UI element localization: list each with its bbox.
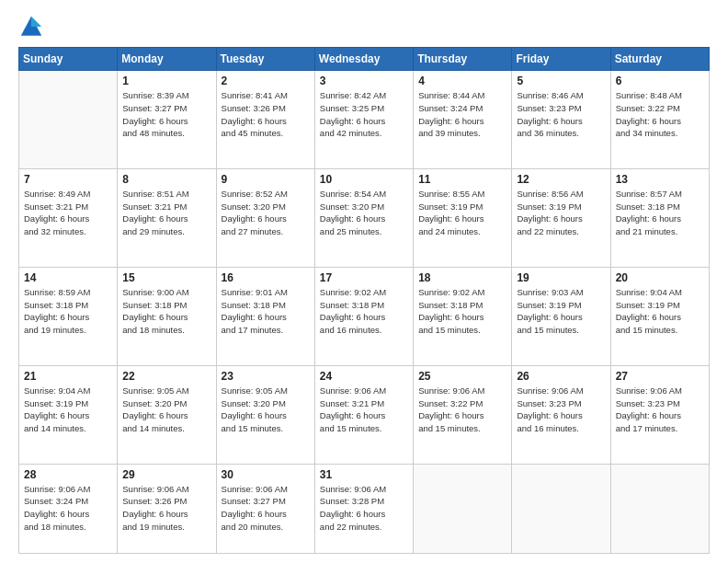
day-number: 23: [222, 370, 310, 383]
day-info: Sunrise: 9:06 AM Sunset: 3:23 PM Dayligh…: [517, 385, 605, 435]
header: [18, 14, 710, 40]
calendar-cell: 22Sunrise: 9:05 AM Sunset: 3:20 PM Dayli…: [118, 365, 216, 464]
day-info: Sunrise: 9:06 AM Sunset: 3:27 PM Dayligh…: [222, 483, 310, 534]
day-info: Sunrise: 9:06 AM Sunset: 3:26 PM Dayligh…: [122, 483, 210, 534]
day-info: Sunrise: 8:57 AM Sunset: 3:18 PM Dayligh…: [616, 188, 704, 238]
day-number: 14: [24, 271, 112, 284]
day-number: 15: [122, 271, 210, 284]
day-number: 1: [122, 75, 210, 87]
calendar-table: SundayMondayTuesdayWednesdayThursdayFrid…: [18, 47, 710, 554]
calendar-cell: [414, 464, 512, 553]
day-info: Sunrise: 9:05 AM Sunset: 3:20 PM Dayligh…: [222, 385, 310, 435]
day-info: Sunrise: 8:46 AM Sunset: 3:23 PM Dayligh…: [517, 89, 605, 140]
calendar-cell: [512, 464, 610, 553]
calendar-cell: 7Sunrise: 8:49 AM Sunset: 3:21 PM Daylig…: [19, 168, 118, 267]
day-number: 27: [616, 370, 704, 383]
calendar-cell: 18Sunrise: 9:02 AM Sunset: 3:18 PM Dayli…: [414, 267, 512, 365]
day-info: Sunrise: 9:05 AM Sunset: 3:20 PM Dayligh…: [122, 385, 210, 435]
calendar-cell: 9Sunrise: 8:52 AM Sunset: 3:20 PM Daylig…: [216, 168, 314, 267]
calendar-cell: 12Sunrise: 8:56 AM Sunset: 3:19 PM Dayli…: [512, 168, 610, 267]
calendar-cell: 20Sunrise: 9:04 AM Sunset: 3:19 PM Dayli…: [610, 267, 709, 365]
weekday-header-saturday: Saturday: [610, 48, 709, 71]
day-number: 13: [616, 173, 704, 186]
day-number: 29: [122, 468, 210, 481]
day-info: Sunrise: 9:06 AM Sunset: 3:22 PM Dayligh…: [418, 385, 506, 435]
calendar-cell: 30Sunrise: 9:06 AM Sunset: 3:27 PM Dayli…: [216, 464, 314, 553]
day-number: 28: [24, 468, 112, 481]
weekday-header-friday: Friday: [512, 48, 610, 71]
day-number: 11: [418, 173, 506, 186]
calendar-cell: 26Sunrise: 9:06 AM Sunset: 3:23 PM Dayli…: [512, 365, 610, 464]
day-info: Sunrise: 8:54 AM Sunset: 3:20 PM Dayligh…: [320, 188, 408, 238]
day-number: 24: [320, 370, 408, 383]
day-number: 5: [517, 75, 605, 87]
day-info: Sunrise: 8:41 AM Sunset: 3:26 PM Dayligh…: [222, 89, 310, 140]
day-number: 7: [24, 173, 112, 186]
day-info: Sunrise: 8:52 AM Sunset: 3:20 PM Dayligh…: [222, 188, 310, 238]
day-number: 20: [616, 271, 704, 284]
calendar-cell: 19Sunrise: 9:03 AM Sunset: 3:19 PM Dayli…: [512, 267, 610, 365]
calendar-cell: 14Sunrise: 8:59 AM Sunset: 3:18 PM Dayli…: [19, 267, 118, 365]
day-info: Sunrise: 9:02 AM Sunset: 3:18 PM Dayligh…: [320, 286, 408, 337]
calendar-week-row: 1Sunrise: 8:39 AM Sunset: 3:27 PM Daylig…: [19, 71, 710, 169]
day-info: Sunrise: 8:39 AM Sunset: 3:27 PM Dayligh…: [122, 89, 210, 140]
day-info: Sunrise: 8:56 AM Sunset: 3:19 PM Dayligh…: [517, 188, 605, 238]
day-number: 25: [418, 370, 506, 383]
calendar-cell: 24Sunrise: 9:06 AM Sunset: 3:21 PM Dayli…: [314, 365, 413, 464]
day-number: 18: [418, 271, 506, 284]
weekday-header-wednesday: Wednesday: [314, 48, 413, 71]
calendar-cell: 11Sunrise: 8:55 AM Sunset: 3:19 PM Dayli…: [414, 168, 512, 267]
day-number: 16: [222, 271, 310, 284]
day-info: Sunrise: 9:06 AM Sunset: 3:28 PM Dayligh…: [320, 483, 408, 534]
calendar-cell: 2Sunrise: 8:41 AM Sunset: 3:26 PM Daylig…: [216, 71, 314, 169]
weekday-header-monday: Monday: [118, 48, 216, 71]
calendar-cell: 15Sunrise: 9:00 AM Sunset: 3:18 PM Dayli…: [118, 267, 216, 365]
day-number: 3: [320, 75, 408, 87]
calendar-week-row: 14Sunrise: 8:59 AM Sunset: 3:18 PM Dayli…: [19, 267, 710, 365]
day-info: Sunrise: 9:04 AM Sunset: 3:19 PM Dayligh…: [616, 286, 704, 337]
day-info: Sunrise: 9:00 AM Sunset: 3:18 PM Dayligh…: [122, 286, 210, 337]
day-info: Sunrise: 8:59 AM Sunset: 3:18 PM Dayligh…: [24, 286, 112, 337]
day-number: 19: [517, 271, 605, 284]
calendar-week-row: 7Sunrise: 8:49 AM Sunset: 3:21 PM Daylig…: [19, 168, 710, 267]
calendar-cell: 25Sunrise: 9:06 AM Sunset: 3:22 PM Dayli…: [414, 365, 512, 464]
calendar-cell: 6Sunrise: 8:48 AM Sunset: 3:22 PM Daylig…: [610, 71, 709, 169]
day-number: 9: [222, 173, 310, 186]
calendar-cell: [610, 464, 709, 553]
calendar-week-row: 21Sunrise: 9:04 AM Sunset: 3:19 PM Dayli…: [19, 365, 710, 464]
day-number: 10: [320, 173, 408, 186]
calendar-cell: 13Sunrise: 8:57 AM Sunset: 3:18 PM Dayli…: [610, 168, 709, 267]
calendar-cell: 23Sunrise: 9:05 AM Sunset: 3:20 PM Dayli…: [216, 365, 314, 464]
logo-icon: [18, 14, 44, 40]
day-number: 26: [517, 370, 605, 383]
day-info: Sunrise: 9:06 AM Sunset: 3:21 PM Dayligh…: [320, 385, 408, 435]
weekday-header-row: SundayMondayTuesdayWednesdayThursdayFrid…: [19, 48, 710, 71]
day-info: Sunrise: 8:51 AM Sunset: 3:21 PM Dayligh…: [122, 188, 210, 238]
weekday-header-sunday: Sunday: [19, 48, 118, 71]
weekday-header-thursday: Thursday: [414, 48, 512, 71]
day-info: Sunrise: 8:48 AM Sunset: 3:22 PM Dayligh…: [616, 89, 704, 140]
day-number: 6: [616, 75, 704, 87]
day-info: Sunrise: 8:42 AM Sunset: 3:25 PM Dayligh…: [320, 89, 408, 140]
calendar-cell: 8Sunrise: 8:51 AM Sunset: 3:21 PM Daylig…: [118, 168, 216, 267]
day-info: Sunrise: 9:06 AM Sunset: 3:23 PM Dayligh…: [616, 385, 704, 435]
day-number: 17: [320, 271, 408, 284]
calendar-cell: 21Sunrise: 9:04 AM Sunset: 3:19 PM Dayli…: [19, 365, 118, 464]
day-number: 31: [320, 468, 408, 481]
day-number: 12: [517, 173, 605, 186]
day-number: 22: [122, 370, 210, 383]
day-info: Sunrise: 9:02 AM Sunset: 3:18 PM Dayligh…: [418, 286, 506, 337]
calendar-cell: 3Sunrise: 8:42 AM Sunset: 3:25 PM Daylig…: [314, 71, 413, 169]
calendar-cell: 27Sunrise: 9:06 AM Sunset: 3:23 PM Dayli…: [610, 365, 709, 464]
calendar-cell: 4Sunrise: 8:44 AM Sunset: 3:24 PM Daylig…: [414, 71, 512, 169]
day-info: Sunrise: 8:49 AM Sunset: 3:21 PM Dayligh…: [24, 188, 112, 238]
calendar-cell: 17Sunrise: 9:02 AM Sunset: 3:18 PM Dayli…: [314, 267, 413, 365]
logo: [18, 14, 48, 40]
weekday-header-tuesday: Tuesday: [216, 48, 314, 71]
calendar-cell: 10Sunrise: 8:54 AM Sunset: 3:20 PM Dayli…: [314, 168, 413, 267]
day-number: 2: [222, 75, 310, 87]
day-number: 4: [418, 75, 506, 87]
calendar-cell: 5Sunrise: 8:46 AM Sunset: 3:23 PM Daylig…: [512, 71, 610, 169]
day-info: Sunrise: 8:55 AM Sunset: 3:19 PM Dayligh…: [418, 188, 506, 238]
svg-marker-1: [31, 17, 41, 27]
